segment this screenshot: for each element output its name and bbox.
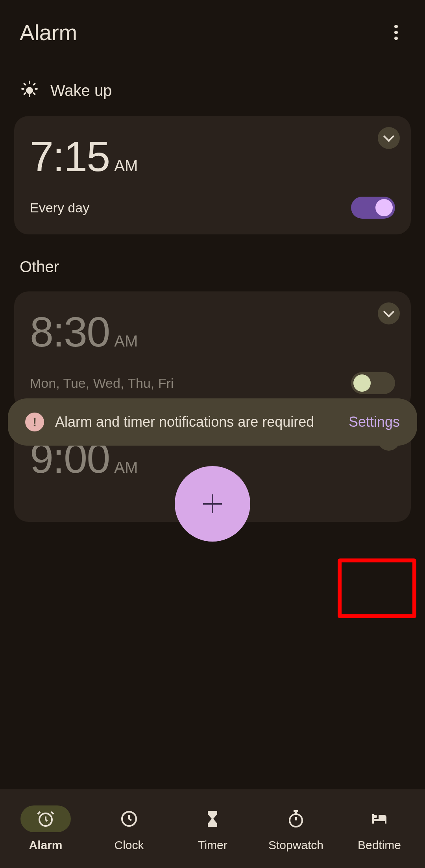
add-alarm-button[interactable] [175,466,250,542]
alarm-repeat: Mon, Tue, Wed, Thu, Fri [30,376,174,391]
section-wakeup-header: Wake up [0,57,425,116]
notification-banner: ! Alarm and timer notifications are requ… [8,398,417,446]
alert-icon: ! [25,413,44,431]
nav-label: Stopwatch [268,839,323,852]
nav-clock[interactable]: Clock [87,805,171,852]
alarm-ampm: AM [114,157,138,175]
nav-label: Bedtime [358,839,401,852]
nav-label: Alarm [29,839,62,852]
nav-alarm[interactable]: Alarm [4,805,87,852]
nav-label: Clock [114,839,144,852]
clock-icon [120,809,139,828]
hourglass-icon [203,809,222,828]
page-title: Alarm [20,20,77,45]
banner-text: Alarm and timer notifications are requir… [55,413,338,431]
alarm-time: 8:30 [30,307,109,356]
expand-button[interactable] [378,127,400,149]
header: Alarm [0,0,425,57]
nav-stopwatch[interactable]: Stopwatch [254,805,338,852]
alarm-toggle[interactable] [351,197,395,219]
chevron-down-icon [383,306,394,317]
alarm-time-row[interactable]: 8:30 AM [30,307,395,356]
alarm-ampm: AM [114,459,138,476]
alarm-toggle[interactable] [351,372,395,394]
alarm-clock-icon [36,809,55,828]
more-options-icon[interactable] [386,23,405,42]
section-other-label: Other [0,242,425,291]
bottom-nav: Alarm Clock Timer Stopwatch [0,789,425,868]
expand-button[interactable] [378,302,400,324]
sun-icon [20,81,39,100]
nav-timer[interactable]: Timer [171,805,254,852]
banner-settings-button[interactable]: Settings [349,414,400,430]
alarm-time-row[interactable]: 7:15 AM [30,132,395,181]
alarm-ampm: AM [114,332,138,350]
alarm-repeat: Every day [30,200,89,216]
plus-icon [203,494,222,513]
section-wakeup-label: Wake up [50,82,112,100]
highlight-annotation [338,558,416,618]
nav-label: Timer [198,839,227,852]
bed-icon [369,809,390,828]
stopwatch-icon [286,809,305,828]
alarm-card[interactable]: 7:15 AM Every day [14,116,411,234]
alarm-time: 7:15 [30,132,109,181]
nav-bedtime[interactable]: Bedtime [338,805,421,852]
chevron-down-icon [383,131,394,142]
alarm-card[interactable]: 8:30 AM Mon, Tue, Wed, Thu, Fri [14,291,411,410]
